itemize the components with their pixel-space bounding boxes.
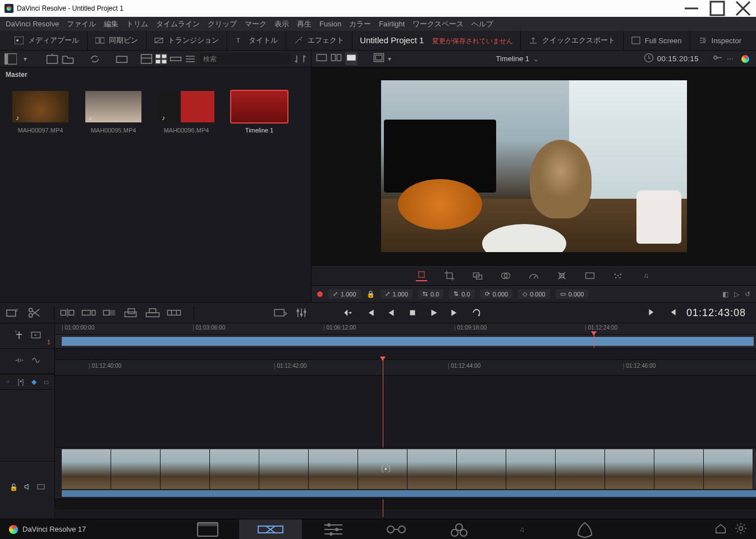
pitch-field[interactable]: ▭0.000 <box>556 289 589 299</box>
split-clip-icon[interactable] <box>27 307 42 319</box>
menu-help[interactable]: ヘルプ <box>471 19 493 29</box>
menu-fusion[interactable]: Fusion <box>319 20 341 28</box>
title-toggle[interactable]: T タイトル <box>227 31 286 51</box>
next-clip-icon[interactable] <box>450 308 460 318</box>
mixer-icon[interactable] <box>294 307 309 319</box>
zoom-x-field[interactable]: ⤢1.000 <box>328 289 361 299</box>
ripple-overwrite-icon[interactable] <box>103 307 117 319</box>
video-track-v1[interactable]: 1 〔•〕 <box>55 447 756 499</box>
timeline-main[interactable]: 1 | 01:00:00:00| 01:03:06:00| 01:06:12:0… <box>55 323 756 520</box>
zoom-y-field[interactable]: ⤢1.000 <box>381 289 413 299</box>
sync-icon[interactable] <box>89 53 101 65</box>
pos-x-field[interactable]: ⇆0.0 <box>418 289 443 299</box>
full-screen-button[interactable]: Full Screen <box>624 31 690 51</box>
audio-tool-icon[interactable]: ♫ <box>640 270 652 281</box>
reset-icon[interactable]: ↺ <box>745 290 750 298</box>
menu-mark[interactable]: マーク <box>245 19 267 29</box>
mute-track-icon[interactable] <box>24 483 31 492</box>
page-cut[interactable] <box>239 519 302 540</box>
add-track-icon[interactable]: T <box>14 330 24 342</box>
menu-fairlight[interactable]: Fairlight <box>379 20 405 28</box>
stabilize-icon[interactable] <box>556 270 567 281</box>
place-on-top-icon[interactable] <box>145 307 160 319</box>
pool-search-input[interactable] <box>200 53 291 65</box>
home-icon[interactable] <box>714 522 727 536</box>
goto-end-icon[interactable] <box>647 307 657 319</box>
clip-item-timeline[interactable]: Timeline 1 <box>231 91 287 134</box>
clip-item[interactable]: ♪ MAH00096.MP4 <box>158 91 214 134</box>
record-dot-icon[interactable] <box>317 291 323 297</box>
quick-export-button[interactable]: クイックエクスポート <box>520 31 624 51</box>
dynamic-zoom-icon[interactable] <box>472 270 483 281</box>
menu-color[interactable]: カラー <box>349 19 371 29</box>
page-deliver[interactable] <box>553 519 616 540</box>
pool-chevron-icon[interactable]: ▾ <box>19 53 31 65</box>
sort-icon[interactable] <box>294 53 306 65</box>
page-media[interactable] <box>176 519 239 540</box>
crop-tool-icon[interactable] <box>444 270 455 281</box>
append-icon[interactable] <box>81 307 96 319</box>
flip-icon[interactable]: ◧ <box>722 290 728 298</box>
viewer-mode-b-icon[interactable] <box>331 53 342 64</box>
media-pool-toggle[interactable]: メディアプール <box>7 31 88 51</box>
audio-track-icon[interactable] <box>31 356 41 366</box>
page-fairlight[interactable]: ♫ <box>491 519 553 540</box>
menu-file[interactable]: ファイル <box>67 19 96 29</box>
video-track-icon[interactable] <box>31 331 41 341</box>
menu-timeline[interactable]: タイムライン <box>156 19 200 29</box>
viewer-canvas[interactable] <box>311 67 756 265</box>
play-icon[interactable] <box>429 308 439 318</box>
color-tool-icon[interactable] <box>612 270 624 281</box>
source-overwrite-icon[interactable] <box>167 307 181 319</box>
jog-mode-icon[interactable] <box>343 308 354 318</box>
viewer-timeline-name[interactable]: Timeline 1 <box>496 54 529 63</box>
resolution-icon[interactable] <box>116 53 128 65</box>
page-fusion[interactable] <box>365 519 428 540</box>
prev-clip-icon[interactable] <box>365 308 375 318</box>
anchor-field[interactable]: ◇0.000 <box>518 289 550 299</box>
boring-detector-icon[interactable]: z <box>6 307 20 319</box>
audio-clip-strip[interactable] <box>62 490 756 497</box>
inspector-toggle[interactable]: Inspector <box>690 31 749 51</box>
rotation-field[interactable]: ⟳0.000 <box>480 289 513 299</box>
video-clip-strip[interactable] <box>62 449 756 489</box>
flag-icon[interactable]: ◆ <box>31 378 36 386</box>
overview-clip[interactable] <box>62 337 754 346</box>
close-button[interactable] <box>730 0 756 17</box>
empty-track-area[interactable] <box>55 376 756 447</box>
loop-icon[interactable] <box>471 308 482 318</box>
view-list-icon[interactable] <box>184 53 196 65</box>
pos-y-field[interactable]: ⇅0.0 <box>449 289 474 299</box>
closeup-icon[interactable] <box>124 307 139 319</box>
viewer-mode-a-icon[interactable] <box>316 53 327 64</box>
lock-icon[interactable]: 🔒 <box>366 290 375 298</box>
menu-edit[interactable]: 編集 <box>104 19 118 29</box>
menu-clip[interactable]: クリップ <box>208 19 237 29</box>
composite-icon[interactable] <box>500 270 511 281</box>
transition-toggle[interactable]: トランジション <box>146 31 227 51</box>
master-timecode[interactable]: 01:12:43:08 <box>686 307 746 319</box>
lens-icon[interactable] <box>584 270 595 281</box>
detail-ruler[interactable]: | 01:12:40:00| 01:12:42:00| 01:12:44:00|… <box>55 360 756 376</box>
transform-tool-icon[interactable] <box>416 270 427 281</box>
page-edit[interactable] <box>302 519 365 540</box>
pool-bin-header[interactable]: Master <box>0 67 311 82</box>
overview-playhead[interactable] <box>594 335 594 348</box>
menu-davinci[interactable]: DaVinci Resolve <box>6 20 59 28</box>
options-icon[interactable]: ⋯ <box>727 55 738 63</box>
menu-trim[interactable]: トリム <box>126 19 148 29</box>
card-icon[interactable] <box>44 378 49 386</box>
view-metadata-icon[interactable] <box>140 53 153 65</box>
speed-icon[interactable] <box>528 270 539 281</box>
page-color[interactable] <box>428 519 491 540</box>
smart-insert-icon[interactable] <box>60 307 75 319</box>
viewer-mode-c-icon[interactable] <box>345 52 358 65</box>
menu-view[interactable]: 表示 <box>274 19 289 29</box>
menu-workspace[interactable]: ワークスペース <box>413 19 464 29</box>
stop-icon[interactable] <box>407 308 418 318</box>
lock-track-icon[interactable]: 🔓 <box>10 483 18 491</box>
bypass-icon[interactable] <box>712 53 723 64</box>
viewer-chevron-icon[interactable]: ▾ <box>388 55 391 63</box>
snap-icon[interactable] <box>6 378 10 386</box>
maximize-button[interactable] <box>704 0 730 17</box>
